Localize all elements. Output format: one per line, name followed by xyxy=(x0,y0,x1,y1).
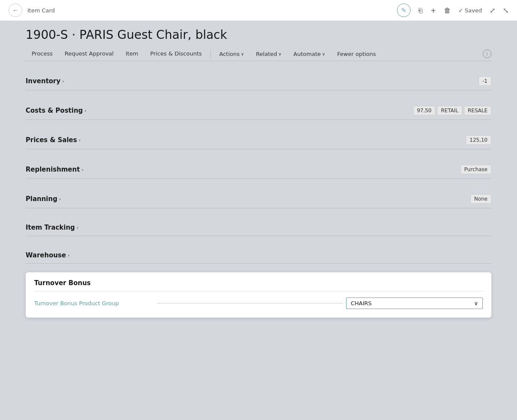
section-replenishment-badges: Purchase xyxy=(461,165,492,174)
tab-prices-discounts[interactable]: Prices & Discounts xyxy=(144,47,208,61)
prices-sales-chevron-icon: › xyxy=(79,137,81,143)
share-button[interactable]: ⎗ xyxy=(418,6,423,15)
tab-request-approval[interactable]: Request Approval xyxy=(59,47,120,61)
field-dots xyxy=(157,303,343,303)
section-prices-sales[interactable]: Prices & Sales› 125,10 xyxy=(26,128,491,149)
costs-badge-price: 97,50 xyxy=(413,106,435,115)
main-content: 1900-S · PARIS Guest Chair, black Proces… xyxy=(0,21,517,420)
nav-tabs: Process Request Approval Item Prices & D… xyxy=(26,47,491,61)
section-inventory[interactable]: Inventory› -1 xyxy=(26,69,491,90)
toolbar-icons: ✎ ⎗ + 🗑 ✓ Saved ⤢ ⤡ xyxy=(397,3,508,17)
page-container: ← Item Card ✎ ⎗ + 🗑 ✓ Saved ⤢ ⤡ 1900-S ·… xyxy=(0,0,517,420)
scroll-wrapper: Inventory› -1 Costs & Posting› 97,50 RET… xyxy=(0,61,517,420)
page-header: 1900-S · PARIS Guest Chair, black Proces… xyxy=(0,21,517,61)
costs-posting-chevron-icon: › xyxy=(85,108,87,114)
section-inventory-badges: -1 xyxy=(479,76,491,86)
fewer-options-button[interactable]: Fewer options xyxy=(331,47,382,61)
related-chevron-icon: ∨ xyxy=(278,52,281,56)
edit-icon: ✎ xyxy=(401,7,406,14)
turnover-bonus-field-label: Turnover Bonus Product Group xyxy=(34,300,154,306)
back-icon: ← xyxy=(12,7,18,14)
costs-badge-retail: RETAIL xyxy=(437,106,462,115)
planning-badge: None xyxy=(470,194,491,204)
delete-button[interactable]: 🗑 xyxy=(444,6,451,15)
field-row-turnover-bonus-group: Turnover Bonus Product Group CHAIRS ∨ xyxy=(34,298,483,309)
turnover-bonus-chevron-icon: ∨ xyxy=(474,300,478,306)
automate-chevron-icon: ∨ xyxy=(322,52,325,56)
turnover-bonus-panel: Turnover Bonus Turnover Bonus Product Gr… xyxy=(26,272,491,318)
section-warehouse-title: Warehouse› xyxy=(26,251,70,259)
tab-automate[interactable]: Automate ∨ xyxy=(288,47,331,61)
section-item-tracking-title: Item Tracking› xyxy=(26,224,79,231)
tab-related[interactable]: Related ∨ xyxy=(250,47,288,61)
turnover-bonus-title: Turnover Bonus xyxy=(34,279,483,292)
section-item-tracking[interactable]: Item Tracking› xyxy=(26,216,491,236)
turnover-bonus-dropdown[interactable]: CHAIRS ∨ xyxy=(346,298,483,309)
content-scroll[interactable]: Inventory› -1 Costs & Posting› 97,50 RET… xyxy=(0,61,517,420)
open-new-button[interactable]: ⤢ xyxy=(490,6,495,15)
tab-automate-label: Automate xyxy=(294,51,321,57)
section-replenishment-title: Replenishment› xyxy=(26,166,83,173)
section-inventory-title: Inventory› xyxy=(26,77,64,85)
replenishment-badge: Purchase xyxy=(461,165,492,174)
tab-related-label: Related xyxy=(256,51,277,57)
section-prices-sales-badges: 125,10 xyxy=(466,135,491,145)
add-button[interactable]: + xyxy=(430,6,436,15)
section-costs-posting-badges: 97,50 RETAIL RESALE xyxy=(413,106,491,115)
section-replenishment[interactable]: Replenishment› Purchase xyxy=(26,157,491,179)
section-warehouse[interactable]: Warehouse› xyxy=(26,244,491,264)
edit-button[interactable]: ✎ xyxy=(397,3,411,17)
inventory-badge-value: -1 xyxy=(479,76,491,86)
prices-sales-badge: 125,10 xyxy=(466,135,491,145)
section-planning-badges: None xyxy=(470,194,491,204)
back-button[interactable]: ← xyxy=(9,3,22,17)
section-planning[interactable]: Planning› None xyxy=(26,187,491,208)
section-costs-posting[interactable]: Costs & Posting› 97,50 RETAIL RESALE xyxy=(26,98,491,120)
inventory-chevron-icon: › xyxy=(62,79,65,84)
saved-label: ✓ Saved xyxy=(458,7,482,14)
page-label: Item Card xyxy=(27,7,392,14)
expand-button[interactable]: ⤡ xyxy=(503,6,508,15)
actions-chevron-icon: ∨ xyxy=(241,52,244,56)
tab-actions-label: Actions xyxy=(219,51,240,57)
planning-chevron-icon: › xyxy=(59,196,61,202)
page-title: 1900-S · PARIS Guest Chair, black xyxy=(26,28,491,42)
top-bar: ← Item Card ✎ ⎗ + 🗑 ✓ Saved ⤢ ⤡ xyxy=(0,0,517,21)
tab-process[interactable]: Process xyxy=(26,47,59,61)
nav-separator xyxy=(210,50,211,58)
replenishment-chevron-icon: › xyxy=(82,167,84,172)
section-prices-sales-title: Prices & Sales› xyxy=(26,136,81,144)
tab-actions[interactable]: Actions ∨ xyxy=(213,47,250,61)
info-icon[interactable]: i xyxy=(483,50,491,58)
section-costs-posting-title: Costs & Posting› xyxy=(26,107,86,114)
costs-badge-resale: RESALE xyxy=(464,106,491,115)
item-tracking-chevron-icon: › xyxy=(76,225,79,230)
warehouse-chevron-icon: › xyxy=(68,253,70,258)
tab-item[interactable]: Item xyxy=(120,47,144,61)
section-planning-title: Planning› xyxy=(26,195,61,203)
saved-indicator: ✓ Saved xyxy=(458,7,482,14)
turnover-bonus-field-value: CHAIRS xyxy=(351,300,372,306)
